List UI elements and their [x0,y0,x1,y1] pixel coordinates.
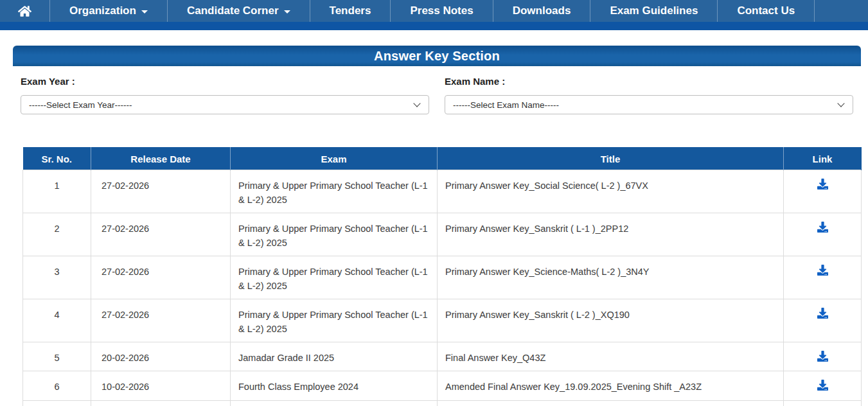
nav-label: Candidate Corner [187,4,279,17]
nav-item-candidate-corner[interactable]: Candidate Corner [168,0,310,22]
cell-release-date: 10-02-2026 [91,371,231,400]
cell-title: Primary Answer Key_Sanskrit ( L-1 )_2PP1… [438,213,784,256]
cell-exam: Primary & Upper Primary School Teacher (… [231,299,438,342]
nav-label: Tenders [330,4,371,17]
cell-release-date: 28-01-2026 [91,400,231,406]
cell-link [784,256,862,299]
download-icon [817,382,828,393]
cell-sr-no: 3 [23,256,91,299]
download-icon [817,310,828,321]
cell-exam: Fourth Class Employee 2024 [231,371,438,400]
col-header-title: Title [438,148,784,170]
download-icon [817,267,828,278]
download-icon [817,181,828,191]
caret-down-icon [141,10,148,13]
download-icon [817,353,828,364]
nav-label: Downloads [513,4,571,17]
caret-down-icon [284,10,290,13]
nav-item-press-notes[interactable]: Press Notes [391,0,493,22]
cell-release-date: 27-02-2026 [91,299,231,342]
cell-release-date: 27-02-2026 [91,213,231,256]
cell-exam: Primary & Upper Primary School Teacher (… [231,256,438,299]
cell-link [784,213,862,256]
nav-label: Organization [69,4,136,17]
cell-release-date: 20-02-2026 [91,342,231,371]
exam-name-selected-value: ------Select Exam Name----- [453,100,559,110]
nav-item-organization[interactable]: Organization [50,0,168,22]
table-row: 3 27-02-2026 Primary & Upper Primary Sch… [23,256,862,299]
nav-item-contact-us[interactable]: Contact Us [718,0,815,22]
cell-title: Amended Final Answer Key_19.09.2025_Even… [438,371,784,400]
table-row: 2 27-02-2026 Primary & Upper Primary Sch… [23,213,862,256]
download-link[interactable] [817,222,828,233]
col-header-exam: Exam [231,148,438,170]
cell-exam: Primary & Upper Primary School Teacher (… [231,213,438,256]
download-icon [817,224,828,234]
top-navbar: Organization Candidate Corner Tenders Pr… [0,0,868,30]
cell-link [784,371,862,400]
cell-link [784,299,862,342]
table-row: 1 27-02-2026 Primary & Upper Primary Sch… [23,170,862,213]
download-link[interactable] [817,308,828,319]
table-row: 7 28-01-2026 Aayush Officer (Contractual… [23,400,862,406]
navbar-bottom-strip [0,22,868,30]
col-header-link: Link [784,148,862,170]
exam-year-label: Exam Year : [21,76,429,87]
exam-name-select[interactable]: ------Select Exam Name----- [445,95,853,114]
cell-link [784,170,862,213]
answer-key-section: Answer Key Section Exam Year : ------Sel… [13,46,861,406]
col-header-release-date: Release Date [91,148,231,170]
home-icon [18,4,31,18]
download-link[interactable] [817,351,828,362]
section-header-bar: Answer Key Section [13,46,861,66]
nav-label: Press Notes [410,4,473,17]
nav-item-tenders[interactable]: Tenders [310,0,391,22]
cell-title: Primary Answer Key_Science-Maths( L-2 )_… [438,256,784,299]
cell-link [784,342,862,371]
nav-item-downloads[interactable]: Downloads [493,0,591,22]
cell-sr-no: 7 [23,400,91,406]
cell-release-date: 27-02-2026 [91,256,231,299]
table-row: 5 20-02-2026 Jamadar Grade II 2025 Final… [23,342,862,371]
exam-name-label: Exam Name : [445,76,853,87]
table-row: 6 10-02-2026 Fourth Class Employee 2024 … [23,371,862,400]
col-header-sr-no: Sr. No. [23,148,91,170]
chevron-down-icon [837,100,844,107]
table-row: 4 27-02-2026 Primary & Upper Primary Sch… [23,299,862,342]
cell-sr-no: 2 [23,213,91,256]
cell-link [784,400,862,406]
cell-sr-no: 6 [23,371,91,400]
cell-title: Primary Answer Key_Social Science( L-2 )… [438,170,784,213]
cell-sr-no: 5 [23,342,91,371]
exam-year-select[interactable]: ------Select Exam Year------ [21,95,429,114]
cell-title: Primary Answer Key_BUMS(UNANI)_3PX2 [438,400,784,406]
nav-label: Exam Guidelines [610,4,698,17]
download-link[interactable] [817,265,828,276]
cell-sr-no: 1 [23,170,91,213]
answer-key-table: Sr. No. Release Date Exam Title Link 1 2… [22,147,862,406]
nav-label: Contact Us [737,4,795,17]
chevron-down-icon [413,100,420,107]
cell-exam: Aayush Officer (Contractual)Ayurved Depa… [231,400,438,406]
download-link[interactable] [817,179,828,190]
page-title: Answer Key Section [374,49,500,64]
cell-release-date: 27-02-2026 [91,170,231,213]
table-header-row: Sr. No. Release Date Exam Title Link [23,148,862,170]
cell-title: Primary Answer Key_Sanskrit ( L-2 )_XQ19… [438,299,784,342]
filter-row: Exam Year : ------Select Exam Year------… [13,66,861,114]
exam-year-selected-value: ------Select Exam Year------ [29,100,132,110]
cell-exam: Jamadar Grade II 2025 [231,342,438,371]
nav-item-exam-guidelines[interactable]: Exam Guidelines [590,0,718,22]
download-link[interactable] [817,380,828,391]
cell-sr-no: 4 [23,299,91,342]
nav-item-home[interactable] [0,0,50,22]
cell-exam: Primary & Upper Primary School Teacher (… [231,170,438,213]
cell-title: Final Answer Key_Q43Z [438,342,784,371]
